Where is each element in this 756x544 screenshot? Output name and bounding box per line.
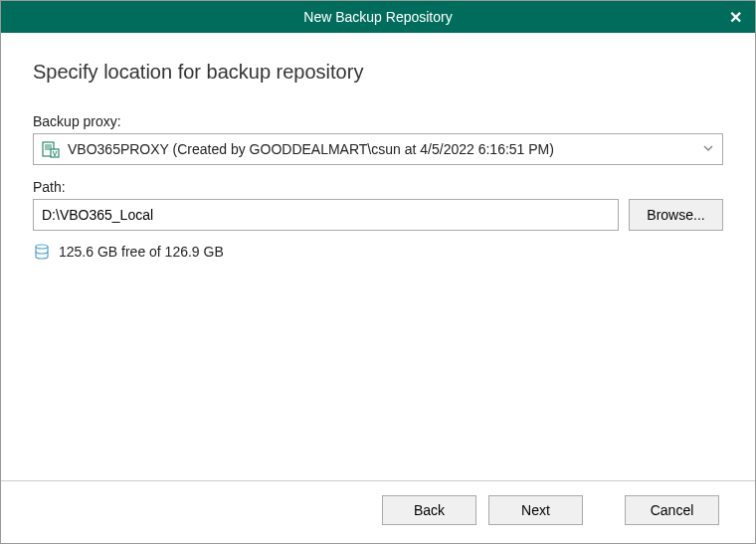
path-input[interactable] — [33, 199, 619, 231]
window-title: New Backup Repository — [303, 9, 452, 25]
button-gap — [595, 495, 613, 525]
spacer — [33, 261, 723, 480]
path-label: Path: — [33, 179, 723, 195]
divider — [1, 480, 755, 481]
footer-buttons: Back Next Cancel — [33, 495, 723, 525]
svg-text:V: V — [53, 150, 58, 157]
browse-button[interactable]: Browse... — [629, 199, 723, 231]
disk-icon — [33, 243, 51, 261]
disk-free-text: 125.6 GB free of 126.9 GB — [59, 244, 224, 260]
close-icon: ✕ — [729, 8, 742, 27]
back-button[interactable]: Back — [382, 495, 476, 525]
close-button[interactable]: ✕ — [725, 7, 745, 27]
page-heading: Specify location for backup repository — [33, 61, 723, 84]
cancel-button[interactable]: Cancel — [625, 495, 719, 525]
chevron-down-icon — [702, 142, 714, 157]
dialog-window: New Backup Repository ✕ Specify location… — [0, 0, 756, 544]
backup-proxy-label: Backup proxy: — [33, 113, 723, 129]
backup-proxy-dropdown[interactable]: V VBO365PROXY (Created by GOODDEALMART\c… — [33, 133, 723, 165]
proxy-server-icon: V — [42, 140, 60, 158]
path-row: Browse... — [33, 199, 723, 231]
titlebar: New Backup Repository ✕ — [1, 1, 755, 33]
disk-space-row: 125.6 GB free of 126.9 GB — [33, 243, 723, 261]
content-area: Specify location for backup repository B… — [1, 33, 755, 543]
backup-proxy-value: VBO365PROXY (Created by GOODDEALMART\csu… — [68, 141, 702, 157]
next-button[interactable]: Next — [488, 495, 583, 525]
svg-point-6 — [36, 245, 48, 249]
